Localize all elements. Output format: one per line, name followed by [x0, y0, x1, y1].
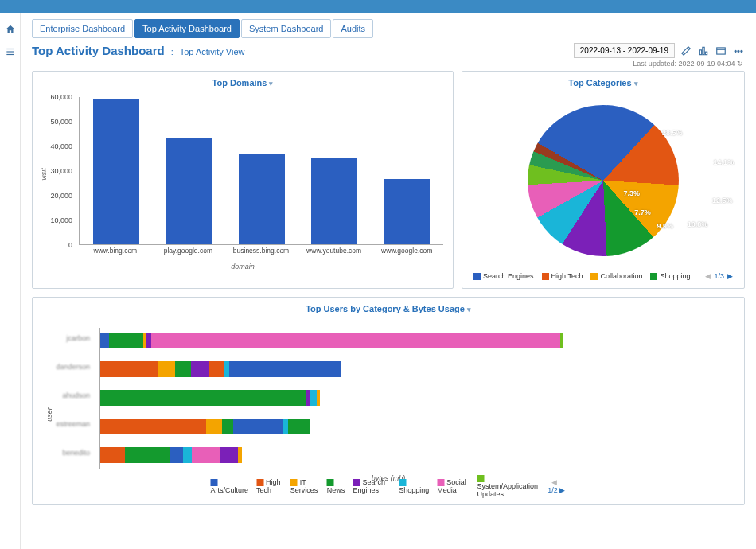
toolbar: 2022-09-13 - 2022-09-19 •••	[574, 43, 745, 58]
svg-rect-3	[699, 49, 701, 54]
bar-segment	[238, 447, 242, 463]
legend-item[interactable]: Collaboration	[590, 272, 642, 280]
pie-slice-label: 7.3%	[623, 189, 640, 197]
last-updated: Last updated: 2022-09-19 04:04 ↻	[21, 60, 743, 68]
pie-slice-label: 12.5%	[712, 197, 733, 204]
y-tick: 60,000	[50, 93, 72, 101]
bar	[166, 138, 212, 244]
side-rail	[0, 13, 21, 549]
bar-segment	[222, 419, 233, 434]
bar-segment	[233, 419, 283, 434]
legend-item[interactable]: System/Application Updates	[477, 474, 540, 498]
stacked-bar-row	[100, 361, 725, 377]
bar	[239, 154, 285, 244]
home-icon[interactable]	[5, 24, 16, 35]
bar-segment	[170, 447, 183, 463]
more-icon[interactable]: •••	[732, 45, 745, 57]
bar-segment	[151, 333, 560, 348]
pager-prev-icon[interactable]: ◀	[551, 478, 557, 486]
legend-item[interactable]: Arts/Culture	[211, 478, 249, 494]
chevron-down-icon: ▾	[634, 80, 638, 88]
bar-segment	[158, 361, 175, 377]
edit-icon[interactable]	[680, 45, 692, 57]
stacked-bar-row	[100, 333, 725, 348]
tab-audits[interactable]: Audits	[333, 19, 373, 38]
legend-pager: ◀ 1/3 ▶	[705, 272, 733, 280]
bar-segment	[100, 447, 125, 463]
bar-segment	[100, 419, 206, 434]
bar-segment	[100, 390, 306, 406]
pager-next-icon[interactable]: ▶	[559, 486, 565, 494]
legend-item[interactable]: Search Engines	[473, 272, 534, 280]
pager-text: 1/2	[548, 486, 558, 494]
top-users-chart: user jcarbondandersonahudsonestreemanben…	[33, 317, 744, 504]
pie-slice-label: 9.9%	[657, 222, 673, 230]
panel-top-domains: Top Domains▾ visit 010,00020,00030,00040…	[32, 71, 454, 289]
tab-bar: Enterprise Dashboard Top Activity Dashbo…	[32, 19, 756, 38]
user-label: benedito	[33, 449, 95, 457]
y-tick: 40,000	[50, 142, 72, 150]
bar-segment	[191, 361, 210, 377]
x-tick-label: play.google.com	[164, 247, 212, 255]
user-label: ahudson	[33, 391, 95, 399]
user-label: danderson	[33, 363, 95, 371]
panel-title-domains[interactable]: Top Domains▾	[33, 72, 453, 91]
bar-segment	[288, 419, 310, 434]
refresh-icon[interactable]: ↻	[737, 60, 743, 68]
panel-title-users[interactable]: Top Users by Category & Bytes Usage▾	[33, 298, 744, 317]
app-topbar	[0, 0, 756, 13]
legend-item[interactable]: High Tech	[256, 478, 283, 494]
bar-segment	[206, 419, 222, 434]
pager-prev-icon[interactable]: ◀	[705, 272, 711, 280]
x-tick-label: www.google.com	[381, 247, 432, 255]
bar	[311, 158, 357, 244]
x-tick-label: www.bing.com	[93, 247, 137, 255]
svg-rect-4	[703, 47, 704, 54]
bar	[384, 179, 430, 244]
legend-item[interactable]: IT Services	[290, 478, 319, 494]
page-subtitle: Top Activity View	[180, 47, 245, 56]
legend-item[interactable]: Shopping	[650, 272, 690, 280]
tab-enterprise[interactable]: Enterprise Dashboard	[32, 19, 133, 38]
date-range-picker[interactable]: 2022-09-13 - 2022-09-19	[574, 43, 675, 58]
bar-segment	[209, 361, 224, 377]
bar-segment	[100, 361, 158, 377]
title-separator: :	[171, 47, 173, 56]
y-tick: 50,000	[50, 118, 72, 126]
bar-segment	[310, 390, 317, 406]
pager-next-icon[interactable]: ▶	[727, 272, 733, 280]
bar-segment	[229, 361, 341, 377]
pager-text: 1/3	[714, 272, 724, 280]
legend-item[interactable]: News	[327, 478, 345, 494]
y-tick: 20,000	[50, 192, 72, 200]
legend-item[interactable]: Shopping	[399, 478, 429, 494]
users-legend: Arts/CultureHigh TechIT ServicesNewsSear…	[211, 474, 567, 498]
y-tick: 10,000	[50, 216, 72, 224]
legend-item[interactable]: Social Media	[437, 478, 469, 494]
x-tick-label: www.youtube.com	[306, 247, 361, 255]
list-icon[interactable]	[5, 46, 16, 57]
x-tick-label: business.bing.com	[233, 247, 289, 255]
chevron-down-icon: ▾	[269, 80, 273, 88]
user-label: estreeman	[33, 420, 95, 428]
tab-top-activity[interactable]: Top Activity Dashboard	[134, 19, 240, 38]
svg-rect-5	[705, 52, 707, 55]
pie-slice-label: 10.8%	[688, 220, 708, 228]
panel-title-categories[interactable]: Top Categories▾	[462, 72, 744, 91]
bar-segment	[220, 447, 239, 463]
pie-slice-label: 7.7%	[634, 208, 651, 216]
y-tick: 30,000	[50, 167, 72, 175]
chevron-down-icon: ▾	[467, 306, 471, 313]
legend-item[interactable]: Search Engines	[353, 478, 391, 494]
refresh-panel-icon[interactable]	[715, 45, 727, 57]
stacked-bar-row	[100, 419, 725, 434]
top-domains-chart: visit 010,00020,00030,00040,00050,00060,…	[33, 91, 453, 275]
x-axis-label: domain	[231, 263, 255, 271]
tab-system[interactable]: System Dashboard	[241, 19, 332, 38]
bar-segment	[183, 447, 192, 463]
top-categories-chart: 28.5%14.1%12.5%10.8%9.9%7.7%7.3% Search …	[462, 91, 744, 288]
legend-item[interactable]: High Tech	[542, 272, 583, 280]
pie-legend: Search EnginesHigh TechCollaborationShop…	[473, 272, 691, 280]
bar	[93, 99, 139, 244]
chart-icon[interactable]	[697, 45, 710, 57]
